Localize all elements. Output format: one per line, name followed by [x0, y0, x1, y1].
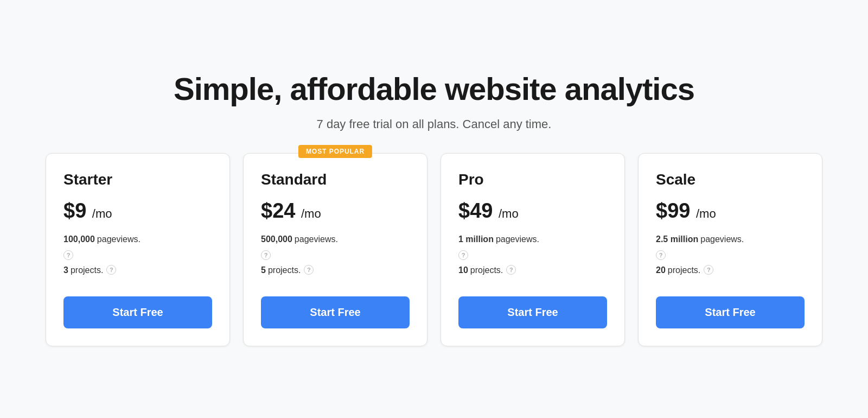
- pageviews-bold-starter: 100,000: [63, 233, 95, 245]
- pageviews-feature-standard: 500,000 pageviews. ?: [261, 233, 410, 260]
- projects-bold-starter: 3: [63, 264, 68, 276]
- pageviews-help-icon-pro[interactable]: ?: [458, 250, 468, 260]
- pageviews-bold-standard: 500,000: [261, 233, 292, 245]
- projects-bold-standard: 5: [261, 264, 266, 276]
- pageviews-feature-pro: 1 million pageviews. ?: [458, 233, 607, 260]
- plan-features-standard: 500,000 pageviews. ? 5 projects. ?: [261, 233, 410, 281]
- projects-bold-scale: 20: [656, 264, 666, 276]
- plan-period-pro: /mo: [499, 207, 519, 220]
- plan-name-starter: Starter: [63, 171, 212, 188]
- projects-text-scale: projects.: [668, 264, 700, 276]
- projects-help-icon-starter[interactable]: ?: [106, 265, 116, 275]
- pageviews-bold-scale: 2.5 million: [656, 233, 698, 245]
- pageviews-text-standard: pageviews.: [295, 233, 338, 245]
- projects-text-starter: projects.: [71, 264, 103, 276]
- pageviews-help-icon-scale[interactable]: ?: [656, 250, 666, 260]
- plan-card-scale: Scale $99 /mo 2.5 million pageviews. ? 2…: [638, 153, 822, 346]
- plan-period-scale: /mo: [696, 207, 716, 220]
- plan-price-standard: $24 /mo: [261, 199, 410, 223]
- projects-feature-scale: 20 projects. ?: [656, 264, 805, 276]
- projects-help-icon-standard[interactable]: ?: [304, 265, 314, 275]
- page-subtitle: 7 day free trial on all plans. Cancel an…: [174, 117, 694, 131]
- plan-price-scale: $99 /mo: [656, 199, 805, 223]
- plan-period-standard: /mo: [301, 207, 321, 220]
- plan-features-starter: 100,000 pageviews. ? 3 projects. ?: [63, 233, 212, 281]
- pageviews-bold-pro: 1 million: [458, 233, 494, 245]
- plan-features-scale: 2.5 million pageviews. ? 20 projects. ?: [656, 233, 805, 281]
- plan-name-standard: Standard: [261, 171, 410, 188]
- projects-text-pro: projects.: [470, 264, 503, 276]
- projects-feature-standard: 5 projects. ?: [261, 264, 410, 276]
- pageviews-feature-scale: 2.5 million pageviews. ?: [656, 233, 805, 260]
- plan-card-pro: Pro $49 /mo 1 million pageviews. ? 10 pr…: [441, 153, 625, 346]
- plan-features-pro: 1 million pageviews. ? 10 projects. ?: [458, 233, 607, 281]
- pageviews-text-starter: pageviews.: [97, 233, 141, 245]
- projects-bold-pro: 10: [458, 264, 468, 276]
- plan-period-starter: /mo: [92, 207, 112, 220]
- start-free-button-starter[interactable]: Start Free: [63, 296, 212, 328]
- start-free-button-standard[interactable]: Start Free: [261, 296, 410, 328]
- pageviews-feature-starter: 100,000 pageviews. ?: [63, 233, 212, 260]
- page-header: Simple, affordable website analytics 7 d…: [174, 72, 694, 131]
- pageviews-text-pro: pageviews.: [496, 233, 539, 245]
- projects-text-standard: projects.: [268, 264, 301, 276]
- plan-name-pro: Pro: [458, 171, 607, 188]
- projects-feature-starter: 3 projects. ?: [63, 264, 212, 276]
- start-free-button-scale[interactable]: Start Free: [656, 296, 805, 328]
- projects-help-icon-scale[interactable]: ?: [704, 265, 713, 275]
- start-free-button-pro[interactable]: Start Free: [458, 296, 607, 328]
- projects-feature-pro: 10 projects. ?: [458, 264, 607, 276]
- pageviews-help-icon-starter[interactable]: ?: [63, 250, 73, 260]
- plan-price-pro: $49 /mo: [458, 199, 607, 223]
- plans-container: Starter $9 /mo 100,000 pageviews. ? 3 pr…: [33, 153, 835, 346]
- plan-card-standard: MOST POPULAR Standard $24 /mo 500,000 pa…: [243, 153, 427, 346]
- page-title: Simple, affordable website analytics: [174, 72, 694, 106]
- plan-name-scale: Scale: [656, 171, 805, 188]
- plan-price-starter: $9 /mo: [63, 199, 212, 223]
- pageviews-text-scale: pageviews.: [700, 233, 744, 245]
- projects-help-icon-pro[interactable]: ?: [506, 265, 516, 275]
- plan-card-starter: Starter $9 /mo 100,000 pageviews. ? 3 pr…: [46, 153, 230, 346]
- pageviews-help-icon-standard[interactable]: ?: [261, 250, 271, 260]
- most-popular-badge: MOST POPULAR: [298, 145, 372, 158]
